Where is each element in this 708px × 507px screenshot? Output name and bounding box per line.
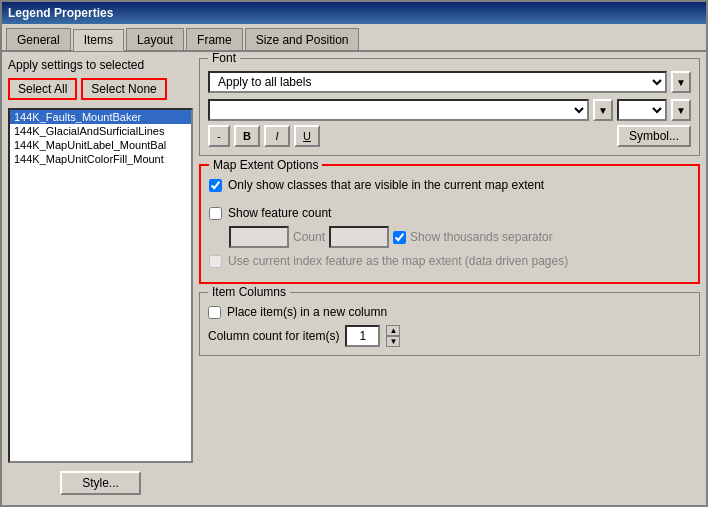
apply-settings-label: Apply settings to selected [8, 58, 193, 72]
column-count-row: Column count for item(s) ▲ ▼ [208, 325, 691, 347]
right-panel: Font Apply to all labels ▼ [199, 58, 700, 499]
list-item[interactable]: 144K_Faults_MountBaker [10, 110, 191, 124]
place-new-column-checkbox[interactable] [208, 306, 221, 319]
item-columns-group: Item Columns Place item(s) in a new colu… [199, 292, 700, 356]
font-size-wrapper [617, 99, 667, 121]
font-group-label: Font [208, 52, 240, 65]
italic-button[interactable]: I [264, 125, 290, 147]
show-thousands-checkbox[interactable] [393, 231, 406, 244]
left-panel: Apply settings to selected Select All Se… [8, 58, 193, 499]
font-name-wrapper [208, 99, 589, 121]
spinner-down-button[interactable]: ▼ [386, 336, 400, 347]
show-visible-row: Only show classes that are visible in th… [209, 178, 690, 192]
font-style-row: - B I U Symbol... [208, 125, 691, 147]
list-item[interactable]: 144K_MapUnitLabel_MountBal [10, 138, 191, 152]
items-list[interactable]: 144K_Faults_MountBaker 144K_GlacialAndSu… [8, 108, 193, 463]
font-name-dropdown[interactable] [208, 99, 589, 121]
spinner-buttons: ▲ ▼ [386, 325, 400, 347]
title-bar: Legend Properties [2, 2, 706, 24]
font-group: Font Apply to all labels ▼ [199, 58, 700, 156]
use-index-checkbox[interactable] [209, 255, 222, 268]
use-index-row: Use current index feature as the map ext… [209, 254, 690, 268]
font-reduce-button[interactable]: - [208, 125, 230, 147]
column-count-label: Column count for item(s) [208, 329, 339, 343]
spinner-up-button[interactable]: ▲ [386, 325, 400, 336]
place-new-column-label[interactable]: Place item(s) in a new column [227, 305, 387, 319]
main-content: Apply settings to selected Select All Se… [2, 52, 706, 505]
apply-dropdown-row: Apply to all labels ▼ [208, 71, 691, 93]
count-input[interactable] [229, 226, 289, 248]
list-item[interactable]: 144K_GlacialAndSurficialLines [10, 124, 191, 138]
bold-button[interactable]: B [234, 125, 260, 147]
show-visible-checkbox[interactable] [209, 179, 222, 192]
font-size-arrow[interactable]: ▼ [671, 99, 691, 121]
underline-button[interactable]: U [294, 125, 320, 147]
tab-frame[interactable]: Frame [186, 28, 243, 50]
select-buttons-row: Select All Select None [8, 78, 193, 100]
title-text: Legend Properties [8, 6, 113, 20]
list-item[interactable]: 144K_MapUnitColorFill_Mount [10, 152, 191, 166]
tab-bar: General Items Layout Frame Size and Posi… [2, 24, 706, 52]
tab-general[interactable]: General [6, 28, 71, 50]
legend-properties-window: Legend Properties General Items Layout F… [0, 0, 708, 507]
select-none-button[interactable]: Select None [81, 78, 166, 100]
tab-items[interactable]: Items [73, 29, 124, 51]
style-btn-container: Style... [8, 467, 193, 499]
show-visible-label[interactable]: Only show classes that are visible in th… [228, 178, 544, 192]
tab-layout[interactable]: Layout [126, 28, 184, 50]
select-all-button[interactable]: Select All [8, 78, 77, 100]
font-name-arrow[interactable]: ▼ [593, 99, 613, 121]
item-columns-label: Item Columns [208, 285, 290, 299]
font-size-dropdown[interactable] [617, 99, 667, 121]
count-row: Count Show thousands separator [229, 226, 690, 248]
column-count-input[interactable] [345, 325, 380, 347]
count-input-right[interactable] [329, 226, 389, 248]
apply-dropdown[interactable]: Apply to all labels [208, 71, 667, 93]
font-name-size-row: ▼ ▼ [208, 99, 691, 121]
use-index-label[interactable]: Use current index feature as the map ext… [228, 254, 568, 268]
style-button[interactable]: Style... [60, 471, 141, 495]
map-extent-group: Map Extent Options Only show classes tha… [199, 164, 700, 284]
map-extent-label: Map Extent Options [209, 158, 322, 172]
place-new-column-row: Place item(s) in a new column [208, 305, 691, 319]
show-feature-count-checkbox[interactable] [209, 207, 222, 220]
show-feature-count-row: Show feature count [209, 206, 690, 220]
tab-size-position[interactable]: Size and Position [245, 28, 360, 50]
apply-dropdown-wrapper: Apply to all labels [208, 71, 667, 93]
apply-dropdown-arrow[interactable]: ▼ [671, 71, 691, 93]
symbol-button[interactable]: Symbol... [617, 125, 691, 147]
count-label: Count [293, 230, 325, 244]
show-thousands-label[interactable]: Show thousands separator [410, 230, 553, 244]
show-feature-count-label[interactable]: Show feature count [228, 206, 331, 220]
